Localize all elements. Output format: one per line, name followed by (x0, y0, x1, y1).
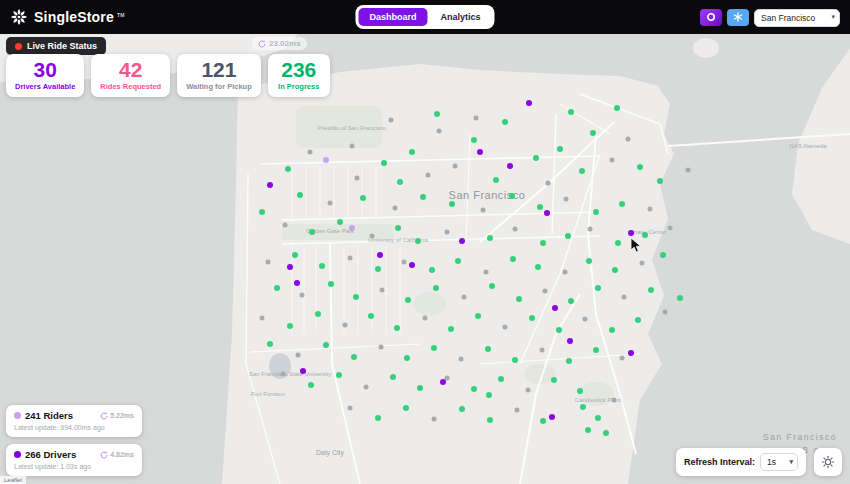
map-marker[interactable] (380, 288, 385, 293)
map-marker[interactable] (409, 262, 415, 268)
map-marker[interactable] (375, 266, 381, 272)
map-marker[interactable] (259, 209, 265, 215)
map-marker[interactable] (535, 264, 541, 270)
map-marker[interactable] (585, 427, 591, 433)
map-marker[interactable] (350, 144, 355, 149)
map-marker[interactable] (300, 293, 305, 298)
map-marker[interactable] (285, 166, 291, 172)
map-marker[interactable] (409, 149, 415, 155)
map-marker[interactable] (686, 168, 691, 173)
map-marker[interactable] (567, 338, 573, 344)
map-marker[interactable] (403, 405, 409, 411)
map-marker[interactable] (635, 317, 641, 323)
map-marker[interactable] (420, 194, 426, 200)
map-marker[interactable] (308, 150, 313, 155)
map-marker[interactable] (260, 316, 265, 321)
map-marker[interactable] (487, 417, 493, 423)
map-marker[interactable] (328, 201, 333, 206)
map-marker[interactable] (431, 345, 437, 351)
map-marker[interactable] (668, 226, 673, 231)
map-marker[interactable] (540, 418, 546, 424)
map-marker[interactable] (503, 325, 508, 330)
map-marker[interactable] (445, 230, 450, 235)
map-marker[interactable] (610, 158, 615, 163)
map-marker[interactable] (348, 256, 353, 261)
tab-analytics[interactable]: Analytics (429, 8, 491, 26)
map-marker[interactable] (477, 149, 483, 155)
map-marker[interactable] (566, 358, 572, 364)
map-marker[interactable] (274, 285, 280, 291)
map-marker[interactable] (266, 260, 271, 265)
map-marker[interactable] (622, 295, 627, 300)
map-marker[interactable] (474, 116, 479, 121)
map-marker[interactable] (397, 179, 403, 185)
map-marker[interactable] (355, 176, 360, 181)
map-marker[interactable] (390, 374, 396, 380)
theme-mode-button[interactable] (700, 9, 722, 26)
map-marker[interactable] (557, 146, 563, 152)
map-marker[interactable] (677, 295, 683, 301)
map-marker[interactable] (405, 297, 411, 303)
map-marker[interactable] (370, 234, 375, 239)
map-marker[interactable] (648, 287, 654, 293)
map-marker[interactable] (615, 240, 621, 246)
map-marker[interactable] (319, 263, 325, 269)
map-marker[interactable] (612, 398, 617, 403)
map-marker[interactable] (549, 414, 555, 420)
map-marker[interactable] (437, 129, 442, 134)
map-marker[interactable] (493, 177, 499, 183)
map-marker[interactable] (551, 377, 557, 383)
map-marker[interactable] (498, 376, 504, 382)
tab-dashboard[interactable]: Dashboard (358, 8, 427, 26)
map-marker[interactable] (449, 201, 455, 207)
map-marker[interactable] (595, 285, 601, 291)
map-marker[interactable] (533, 155, 539, 161)
map-marker[interactable] (526, 388, 531, 393)
map-marker[interactable] (434, 111, 440, 117)
map-marker[interactable] (377, 252, 383, 258)
map-marker[interactable] (429, 267, 435, 273)
map-marker[interactable] (402, 260, 407, 265)
map-marker[interactable] (453, 164, 458, 169)
map-marker[interactable] (502, 119, 508, 125)
map-marker[interactable] (281, 372, 286, 377)
map-marker[interactable] (364, 385, 369, 390)
map-marker[interactable] (287, 323, 293, 329)
map-marker[interactable] (379, 345, 384, 350)
map-marker[interactable] (404, 355, 410, 361)
map-marker[interactable] (423, 316, 428, 321)
map-marker[interactable] (529, 315, 535, 321)
map-marker[interactable] (394, 325, 400, 331)
map-marker[interactable] (459, 238, 465, 244)
map-marker[interactable] (395, 225, 401, 231)
map-marker[interactable] (292, 252, 298, 258)
snowflake-button[interactable] (727, 9, 749, 26)
map-marker[interactable] (579, 168, 585, 174)
map-marker[interactable] (475, 313, 481, 319)
map-marker[interactable] (619, 201, 625, 207)
map-marker[interactable] (583, 317, 588, 322)
map-marker[interactable] (315, 311, 321, 317)
map-marker[interactable] (455, 258, 461, 264)
map-marker[interactable] (657, 178, 663, 184)
map-marker[interactable] (308, 382, 314, 388)
map-marker[interactable] (349, 225, 355, 231)
map-marker[interactable] (540, 240, 546, 246)
map-marker[interactable] (485, 346, 491, 352)
map-marker[interactable] (309, 229, 315, 235)
map-marker[interactable] (513, 227, 518, 232)
map-marker[interactable] (537, 204, 543, 210)
map-marker[interactable] (267, 341, 273, 347)
map-marker[interactable] (267, 182, 273, 188)
map-marker[interactable] (343, 323, 348, 328)
map-marker[interactable] (614, 105, 620, 111)
map-marker[interactable] (509, 193, 515, 199)
map-marker[interactable] (660, 252, 666, 258)
map-marker[interactable] (552, 305, 558, 311)
map-marker[interactable] (512, 357, 518, 363)
map-marker[interactable] (612, 267, 618, 273)
map-marker[interactable] (568, 298, 574, 304)
brightness-toggle-button[interactable] (814, 448, 842, 476)
map-marker[interactable] (588, 227, 593, 232)
map-marker[interactable] (336, 372, 342, 378)
